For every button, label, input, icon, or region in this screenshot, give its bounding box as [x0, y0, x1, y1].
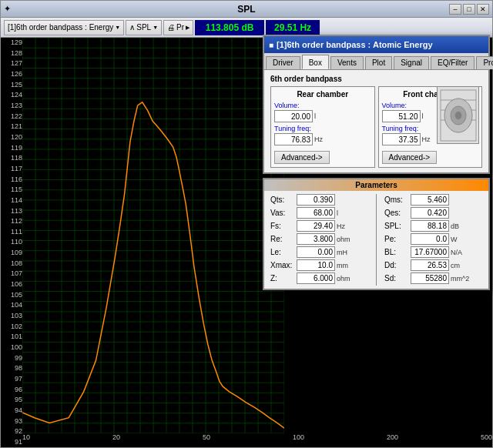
y-axis: 1291281271261251241231221211201191181171…	[1, 38, 22, 447]
spl-icon: ∧	[129, 23, 135, 32]
params-content: Qts: Vas: lFs: HzRe: ohmLe: mHXmax: mmZ:…	[264, 191, 488, 289]
y-axis-label: 102	[2, 323, 22, 330]
y-axis-label: 104	[2, 302, 22, 309]
param-unit: N/A	[451, 249, 472, 256]
spl-dropdown[interactable]: ∧ SPL ▼	[126, 20, 162, 35]
x-axis-label: 500	[481, 433, 492, 446]
y-axis-label: 115	[2, 186, 22, 193]
energy-dropdown-label: [1]6th order bandpass : Energy	[8, 23, 113, 32]
x-axis-label: 100	[293, 433, 304, 446]
front-volume-input[interactable]	[382, 110, 421, 122]
param-input[interactable]	[411, 259, 449, 271]
param-input[interactable]	[297, 246, 335, 258]
spl-dropdown-label: SPL	[136, 23, 151, 32]
param-row: Dd: cm	[384, 259, 482, 271]
param-unit: Hz	[337, 222, 358, 230]
param-input[interactable]	[411, 220, 449, 232]
rear-volume-input[interactable]	[274, 110, 313, 122]
x-axis-label: 200	[387, 433, 398, 446]
dialog-tab-driver[interactable]: Driver	[266, 56, 300, 69]
dialog-tabs: DriverBoxVentsPlotSignalEQ/FilterProje	[264, 53, 488, 70]
param-input[interactable]	[297, 207, 335, 219]
param-input[interactable]	[297, 220, 335, 232]
dialog-title-bar: ■ [1]6th order bandpass : Atomic Energy	[264, 36, 488, 53]
y-axis-label: 99	[2, 355, 22, 362]
main-title-text: SPL	[237, 4, 255, 15]
hz-value: 29.51 Hz	[266, 20, 320, 35]
rear-tuning-row: Hz	[274, 133, 371, 145]
pr-dropdown[interactable]: 🖨 Pr ▶	[163, 20, 193, 35]
params-panel: Parameters Qts: Vas: lFs: HzRe: ohmLe: m…	[263, 178, 490, 290]
rear-tuning-input[interactable]	[274, 133, 313, 145]
rear-volume-unit: l	[314, 112, 316, 120]
y-axis-label: 105	[2, 292, 22, 299]
param-row: Le: mH	[270, 246, 368, 258]
main-window: ✦ SPL – □ ✕ [1]6th order bandpass : Ener…	[0, 0, 493, 448]
param-input[interactable]	[411, 194, 449, 206]
y-axis-label: 121	[2, 123, 22, 130]
params-right-col: Qms: Qes: SPL: dBPe: WBL: N/ADd: cmSd: m…	[384, 194, 482, 286]
speaker-image	[437, 86, 479, 144]
y-axis-label: 97	[2, 376, 22, 383]
param-input[interactable]	[411, 207, 449, 219]
dialog-tab-eq-filter[interactable]: EQ/Filter	[431, 56, 475, 69]
front-advanced-button[interactable]: Advanced->	[382, 151, 438, 164]
param-label: Le:	[270, 248, 295, 256]
y-axis-label: 116	[2, 176, 22, 183]
x-axis-label: 50	[203, 433, 210, 446]
energy-dropdown[interactable]: [1]6th order bandpass : Energy ▼	[4, 20, 124, 35]
param-input[interactable]	[297, 259, 335, 271]
param-input[interactable]	[411, 233, 449, 245]
dialog-title-text: [1]6th order bandpass : Atomic Energy	[277, 40, 433, 49]
param-input[interactable]	[411, 246, 449, 258]
svg-point-6	[455, 112, 461, 119]
param-input[interactable]	[411, 272, 449, 284]
y-axis-label: 108	[2, 260, 22, 267]
dialog-window: ■ [1]6th order bandpass : Atomic Energy …	[263, 35, 490, 174]
rear-volume-label: Volume:	[274, 102, 371, 109]
param-label: Pe:	[384, 235, 409, 243]
minimize-button[interactable]: –	[449, 4, 461, 15]
params-title: Parameters	[264, 179, 488, 191]
close-button[interactable]: ✕	[477, 4, 489, 15]
y-axis-label: 91	[2, 439, 22, 446]
param-row: SPL: dB	[384, 220, 482, 232]
y-axis-label: 129	[2, 39, 22, 46]
param-label: Xmax:	[270, 261, 295, 269]
param-label: Fs:	[270, 222, 295, 230]
y-axis-label: 93	[2, 418, 22, 425]
param-row: Qms:	[384, 194, 482, 206]
param-input[interactable]	[297, 233, 335, 245]
param-input[interactable]	[297, 194, 335, 206]
param-label: Qes:	[384, 209, 409, 217]
param-label: Qts:	[270, 196, 295, 204]
y-axis-label: 103	[2, 313, 22, 319]
param-unit: ohm	[337, 275, 358, 283]
param-label: Vas:	[270, 209, 295, 217]
param-row: Qts:	[270, 194, 368, 206]
front-volume-unit: l	[422, 112, 424, 120]
x-axis: 102050100200500	[22, 432, 492, 447]
speaker-svg	[439, 89, 478, 142]
rear-chamber-box: Rear chamber Volume: l Tuning freq: Hz A…	[270, 86, 375, 168]
param-row: Re: ohm	[270, 233, 368, 245]
param-row: BL: N/A	[384, 246, 482, 258]
dialog-tab-vents[interactable]: Vents	[330, 56, 364, 69]
front-tuning-unit: Hz	[422, 135, 431, 143]
dialog-tab-box[interactable]: Box	[302, 55, 329, 69]
dialog-tab-signal[interactable]: Signal	[394, 56, 429, 69]
section-title: 6th order bandpass	[270, 75, 482, 83]
y-axis-label: 94	[2, 407, 22, 414]
param-unit: dB	[451, 222, 472, 230]
rear-advanced-button[interactable]: Advanced->	[274, 151, 330, 164]
dialog-content: 6th order bandpass Rear chamber Volume: …	[264, 70, 488, 172]
front-tuning-input[interactable]	[382, 133, 421, 145]
maximize-button[interactable]: □	[463, 4, 475, 15]
y-axis-label: 113	[2, 208, 22, 215]
param-label: Sd:	[384, 274, 409, 283]
dialog-tab-plot[interactable]: Plot	[365, 56, 392, 69]
graph-canvas	[22, 38, 284, 433]
dialog-tab-proje[interactable]: Proje	[476, 56, 493, 69]
param-input[interactable]	[297, 272, 335, 284]
param-unit: mm^2	[451, 275, 472, 283]
